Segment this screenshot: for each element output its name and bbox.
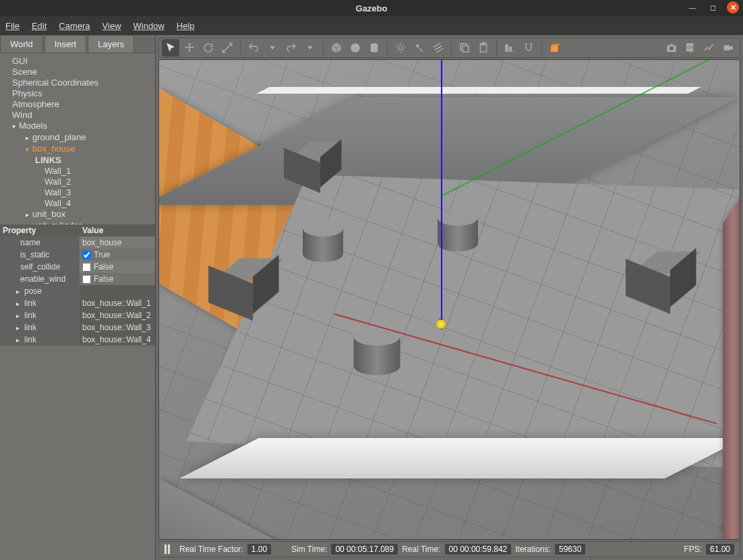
scene-cylinder	[303, 228, 343, 262]
svg-rect-8	[509, 46, 512, 52]
tree-unit-box[interactable]: ▸unit_box	[0, 209, 155, 220]
tree-gui[interactable]: GUI	[0, 56, 155, 67]
menu-file[interactable]: File	[5, 21, 20, 31]
tree-wall-3[interactable]: Wall_3	[0, 187, 155, 198]
tree-physics[interactable]: Physics	[0, 88, 155, 99]
status-bar: Real Time Factor: 1.00 Sim Time: 00 00:0…	[158, 541, 740, 557]
col-value: Value	[80, 224, 155, 237]
insert-box-button[interactable]	[328, 39, 345, 57]
chevron-down-icon: ▾	[12, 121, 19, 132]
screenshot-button[interactable]	[663, 39, 680, 57]
grid-toggle-button[interactable]	[546, 39, 564, 57]
undo-dropdown-button[interactable]	[264, 39, 281, 57]
prop-self-collide-val[interactable]: False	[80, 261, 155, 273]
prop-link-key: link	[24, 335, 36, 344]
prop-link-2-val: box_house::Wall_2	[80, 309, 155, 321]
close-button[interactable]: ✕	[727, 1, 739, 13]
light-point-button[interactable]	[392, 39, 409, 57]
menu-window[interactable]: Window	[133, 21, 165, 31]
redo-button[interactable]	[283, 39, 300, 57]
axis-blue	[441, 60, 442, 330]
3d-viewport[interactable]	[158, 59, 740, 540]
tree-wall-2[interactable]: Wall_2	[0, 177, 155, 187]
log-button[interactable]: LOG	[682, 39, 699, 57]
prop-link-3-row[interactable]: ▸link box_house::Wall_3	[0, 321, 155, 334]
scene-cylinder	[354, 336, 400, 375]
prop-is-static-val[interactable]: True	[80, 249, 155, 261]
scene-cylinder	[438, 218, 478, 251]
tree-ground-plane[interactable]: ▸ground_plane	[0, 132, 155, 144]
paste-button[interactable]	[475, 39, 492, 57]
prop-name-key: name	[0, 237, 80, 249]
scene-box	[284, 150, 320, 180]
chevron-right-icon: ▸	[16, 312, 23, 319]
left-tabs: World Insert Layers	[0, 35, 155, 53]
tree-models[interactable]: ▾Models	[0, 121, 155, 132]
svg-point-0	[351, 43, 360, 53]
svg-point-11	[670, 46, 674, 51]
self-collide-checkbox[interactable]	[82, 263, 91, 272]
sim-time-value: 00 00:05:17.089	[331, 544, 398, 555]
plot-button[interactable]	[701, 39, 718, 57]
translate-tool-button[interactable]	[181, 39, 198, 57]
select-tool-button[interactable]	[162, 39, 179, 57]
prop-enable-wind-row: enable_wind False	[0, 273, 155, 285]
snap-button[interactable]	[520, 39, 537, 57]
insert-cylinder-button[interactable]	[365, 39, 383, 57]
light-spot-button[interactable]	[411, 39, 428, 57]
enable-wind-checkbox[interactable]	[82, 275, 91, 284]
menu-camera[interactable]: Camera	[59, 21, 90, 31]
tab-insert[interactable]: Insert	[44, 35, 87, 53]
main-toolbar: LOG	[158, 38, 740, 58]
tab-layers[interactable]: Layers	[88, 35, 134, 53]
redo-dropdown-button[interactable]	[301, 39, 319, 57]
menu-view[interactable]: View	[102, 21, 121, 31]
tree-scene[interactable]: Scene	[0, 67, 155, 77]
tree-unit-cylinder[interactable]: ▸unit_cylinder	[0, 220, 155, 224]
tree-spherical[interactable]: Spherical Coordinates	[0, 77, 155, 88]
undo-button[interactable]	[245, 39, 262, 57]
insert-sphere-button[interactable]	[347, 39, 364, 57]
prop-pose-row[interactable]: ▸pose	[0, 285, 155, 297]
prop-link-3-val: box_house::Wall_3	[80, 321, 155, 334]
align-button[interactable]	[501, 39, 518, 57]
maximize-button[interactable]: ◻	[707, 1, 719, 13]
prop-self-collide-key: self_collide	[0, 261, 80, 273]
scale-tool-button[interactable]	[218, 39, 236, 57]
record-button[interactable]	[719, 39, 737, 57]
prop-link-1-row[interactable]: ▸link box_house::Wall_1	[0, 297, 155, 309]
tree-box-house[interactable]: ▾box_house	[0, 144, 155, 155]
prop-link-4-val: box_house::Wall_4	[80, 334, 155, 346]
light-directional-button[interactable]	[429, 39, 447, 57]
prop-enable-wind-val[interactable]: False	[80, 273, 155, 285]
tab-world[interactable]: World	[0, 35, 43, 53]
minimize-button[interactable]: —	[686, 1, 699, 13]
real-time-value: 00 00:00:59.842	[445, 544, 512, 555]
prop-name-row: name box_house	[0, 237, 155, 249]
iterations-label: Iterations:	[515, 545, 551, 554]
prop-name-val[interactable]: box_house	[80, 237, 155, 249]
real-time-label: Real Time:	[402, 545, 440, 554]
world-tree[interactable]: GUI Scene Spherical Coordinates Physics …	[0, 53, 155, 224]
copy-button[interactable]	[456, 39, 473, 57]
window-titlebar: Gazebo — ◻ ✕	[0, 0, 743, 16]
wall-right-render	[723, 195, 740, 540]
chevron-right-icon: ▸	[16, 324, 23, 332]
chevron-right-icon: ▸	[26, 133, 32, 144]
scene-box	[626, 261, 670, 298]
chevron-right-icon: ▸	[16, 300, 23, 307]
sim-time-label: Sim Time:	[291, 545, 327, 554]
chevron-down-icon: ▾	[26, 144, 32, 155]
is-static-checkbox[interactable]	[82, 251, 91, 259]
rotate-tool-button[interactable]	[200, 39, 217, 57]
prop-link-2-row[interactable]: ▸link box_house::Wall_2	[0, 309, 155, 321]
pause-button[interactable]	[165, 545, 170, 554]
prop-link-4-row[interactable]: ▸link box_house::Wall_4	[0, 334, 155, 346]
rtf-value: 1.00	[247, 544, 271, 555]
tree-wall-1[interactable]: Wall_1	[0, 166, 155, 177]
tree-wall-4[interactable]: Wall_4	[0, 198, 155, 209]
menu-edit[interactable]: Edit	[32, 21, 47, 31]
tree-wind[interactable]: Wind	[0, 110, 155, 121]
tree-atmosphere[interactable]: Atmosphere	[0, 99, 155, 110]
menu-help[interactable]: Help	[177, 21, 195, 31]
